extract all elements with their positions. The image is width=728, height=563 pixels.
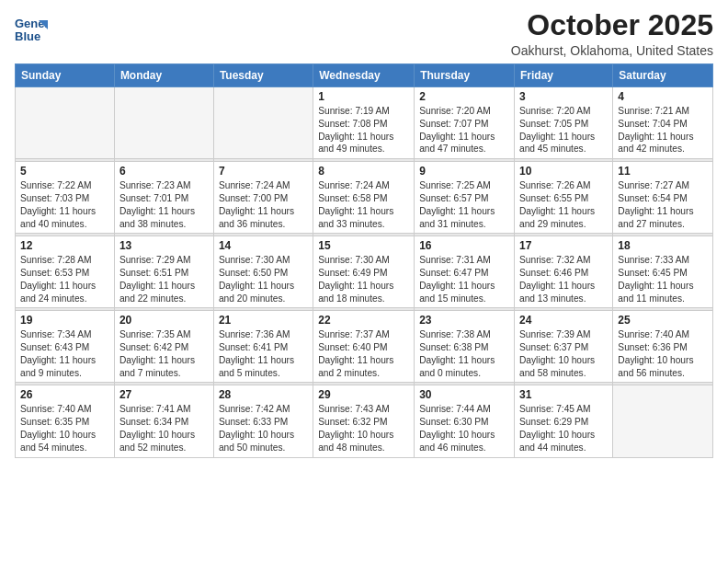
day-detail: Sunrise: 7:41 AM Sunset: 6:34 PM Dayligh… bbox=[119, 403, 209, 454]
calendar-cell bbox=[613, 385, 713, 457]
page-container: General Blue October 2025 Oakhurst, Okla… bbox=[0, 0, 728, 467]
calendar-cell: 8Sunrise: 7:24 AM Sunset: 6:58 PM Daylig… bbox=[313, 162, 415, 234]
weekday-header-tuesday: Tuesday bbox=[213, 64, 313, 87]
header: General Blue October 2025 Oakhurst, Okla… bbox=[15, 9, 713, 58]
calendar-cell: 13Sunrise: 7:29 AM Sunset: 6:51 PM Dayli… bbox=[114, 236, 213, 308]
calendar-cell: 11Sunrise: 7:27 AM Sunset: 6:54 PM Dayli… bbox=[613, 162, 713, 234]
day-number: 30 bbox=[419, 388, 509, 401]
day-number: 26 bbox=[20, 388, 109, 401]
day-detail: Sunrise: 7:40 AM Sunset: 6:35 PM Dayligh… bbox=[20, 403, 109, 454]
day-detail: Sunrise: 7:37 AM Sunset: 6:40 PM Dayligh… bbox=[318, 328, 409, 379]
day-number: 18 bbox=[618, 239, 708, 252]
day-detail: Sunrise: 7:45 AM Sunset: 6:29 PM Dayligh… bbox=[519, 403, 608, 454]
day-detail: Sunrise: 7:27 AM Sunset: 6:54 PM Dayligh… bbox=[618, 179, 708, 230]
day-detail: Sunrise: 7:40 AM Sunset: 6:36 PM Dayligh… bbox=[618, 328, 708, 379]
day-detail: Sunrise: 7:20 AM Sunset: 7:07 PM Dayligh… bbox=[419, 105, 509, 155]
day-detail: Sunrise: 7:24 AM Sunset: 7:00 PM Dayligh… bbox=[219, 179, 308, 230]
calendar-cell: 1Sunrise: 7:19 AM Sunset: 7:08 PM Daylig… bbox=[313, 87, 415, 159]
calendar-cell bbox=[114, 87, 213, 159]
calendar-cell: 23Sunrise: 7:38 AM Sunset: 6:38 PM Dayli… bbox=[415, 311, 515, 383]
day-detail: Sunrise: 7:25 AM Sunset: 6:57 PM Dayligh… bbox=[419, 179, 509, 230]
day-number: 5 bbox=[20, 165, 109, 178]
calendar-cell: 18Sunrise: 7:33 AM Sunset: 6:45 PM Dayli… bbox=[613, 236, 713, 308]
day-number: 12 bbox=[20, 239, 109, 252]
day-number: 3 bbox=[519, 90, 608, 103]
day-detail: Sunrise: 7:26 AM Sunset: 6:55 PM Dayligh… bbox=[519, 179, 608, 230]
calendar-cell: 19Sunrise: 7:34 AM Sunset: 6:43 PM Dayli… bbox=[16, 311, 115, 383]
calendar-cell: 12Sunrise: 7:28 AM Sunset: 6:53 PM Dayli… bbox=[16, 236, 115, 308]
day-detail: Sunrise: 7:20 AM Sunset: 7:05 PM Dayligh… bbox=[519, 105, 608, 155]
day-detail: Sunrise: 7:21 AM Sunset: 7:04 PM Dayligh… bbox=[618, 105, 708, 155]
calendar-cell: 20Sunrise: 7:35 AM Sunset: 6:42 PM Dayli… bbox=[114, 311, 213, 383]
calendar-cell: 29Sunrise: 7:43 AM Sunset: 6:32 PM Dayli… bbox=[313, 385, 415, 457]
day-detail: Sunrise: 7:34 AM Sunset: 6:43 PM Dayligh… bbox=[20, 328, 109, 379]
week-row-1: 1Sunrise: 7:19 AM Sunset: 7:08 PM Daylig… bbox=[16, 87, 713, 159]
day-number: 22 bbox=[318, 314, 409, 327]
calendar-cell: 15Sunrise: 7:30 AM Sunset: 6:49 PM Dayli… bbox=[313, 236, 415, 308]
weekday-header-sunday: Sunday bbox=[16, 64, 115, 87]
day-detail: Sunrise: 7:35 AM Sunset: 6:42 PM Dayligh… bbox=[119, 328, 209, 379]
day-number: 25 bbox=[618, 314, 708, 327]
day-detail: Sunrise: 7:32 AM Sunset: 6:46 PM Dayligh… bbox=[519, 254, 608, 304]
title-block: October 2025 Oakhurst, Oklahoma, United … bbox=[511, 9, 713, 58]
week-row-4: 19Sunrise: 7:34 AM Sunset: 6:43 PM Dayli… bbox=[16, 311, 713, 383]
calendar-cell: 21Sunrise: 7:36 AM Sunset: 6:41 PM Dayli… bbox=[213, 311, 313, 383]
day-detail: Sunrise: 7:43 AM Sunset: 6:32 PM Dayligh… bbox=[318, 403, 409, 454]
week-row-5: 26Sunrise: 7:40 AM Sunset: 6:35 PM Dayli… bbox=[16, 385, 713, 457]
day-detail: Sunrise: 7:30 AM Sunset: 6:49 PM Dayligh… bbox=[318, 254, 409, 304]
day-detail: Sunrise: 7:29 AM Sunset: 6:51 PM Dayligh… bbox=[119, 254, 209, 304]
day-detail: Sunrise: 7:30 AM Sunset: 6:50 PM Dayligh… bbox=[219, 254, 308, 304]
calendar-cell: 25Sunrise: 7:40 AM Sunset: 6:36 PM Dayli… bbox=[613, 311, 713, 383]
calendar-cell: 17Sunrise: 7:32 AM Sunset: 6:46 PM Dayli… bbox=[515, 236, 613, 308]
day-detail: Sunrise: 7:36 AM Sunset: 6:41 PM Dayligh… bbox=[219, 328, 308, 379]
day-number: 24 bbox=[519, 314, 608, 327]
weekday-header-row: SundayMondayTuesdayWednesdayThursdayFrid… bbox=[16, 64, 713, 87]
day-number: 7 bbox=[219, 165, 308, 178]
calendar-cell: 27Sunrise: 7:41 AM Sunset: 6:34 PM Dayli… bbox=[114, 385, 213, 457]
day-number: 9 bbox=[419, 165, 509, 178]
day-number: 1 bbox=[318, 90, 409, 103]
calendar-cell: 26Sunrise: 7:40 AM Sunset: 6:35 PM Dayli… bbox=[16, 385, 115, 457]
day-detail: Sunrise: 7:24 AM Sunset: 6:58 PM Dayligh… bbox=[318, 179, 409, 230]
day-number: 23 bbox=[419, 314, 509, 327]
day-number: 16 bbox=[419, 239, 509, 252]
day-detail: Sunrise: 7:28 AM Sunset: 6:53 PM Dayligh… bbox=[20, 254, 109, 304]
day-number: 31 bbox=[519, 388, 608, 401]
day-detail: Sunrise: 7:42 AM Sunset: 6:33 PM Dayligh… bbox=[219, 403, 308, 454]
day-detail: Sunrise: 7:33 AM Sunset: 6:45 PM Dayligh… bbox=[618, 254, 708, 304]
calendar-cell: 28Sunrise: 7:42 AM Sunset: 6:33 PM Dayli… bbox=[213, 385, 313, 457]
day-number: 2 bbox=[419, 90, 509, 103]
calendar-cell: 7Sunrise: 7:24 AM Sunset: 7:00 PM Daylig… bbox=[213, 162, 313, 234]
day-number: 11 bbox=[618, 165, 708, 178]
day-number: 29 bbox=[318, 388, 409, 401]
day-detail: Sunrise: 7:22 AM Sunset: 7:03 PM Dayligh… bbox=[20, 179, 109, 230]
weekday-header-saturday: Saturday bbox=[613, 64, 713, 87]
day-detail: Sunrise: 7:23 AM Sunset: 7:01 PM Dayligh… bbox=[119, 179, 209, 230]
weekday-header-friday: Friday bbox=[515, 64, 613, 87]
calendar-cell: 4Sunrise: 7:21 AM Sunset: 7:04 PM Daylig… bbox=[613, 87, 713, 159]
day-number: 6 bbox=[119, 165, 209, 178]
day-number: 13 bbox=[119, 239, 209, 252]
calendar-cell: 22Sunrise: 7:37 AM Sunset: 6:40 PM Dayli… bbox=[313, 311, 415, 383]
day-number: 4 bbox=[618, 90, 708, 103]
weekday-header-monday: Monday bbox=[114, 64, 213, 87]
calendar-cell bbox=[16, 87, 115, 159]
calendar-cell: 3Sunrise: 7:20 AM Sunset: 7:05 PM Daylig… bbox=[515, 87, 613, 159]
calendar-cell: 30Sunrise: 7:44 AM Sunset: 6:30 PM Dayli… bbox=[415, 385, 515, 457]
calendar-table: SundayMondayTuesdayWednesdayThursdayFrid… bbox=[15, 63, 713, 457]
location: Oakhurst, Oklahoma, United States bbox=[511, 43, 713, 58]
day-detail: Sunrise: 7:44 AM Sunset: 6:30 PM Dayligh… bbox=[419, 403, 509, 454]
logo-icon: General Blue bbox=[15, 13, 48, 46]
calendar-cell: 14Sunrise: 7:30 AM Sunset: 6:50 PM Dayli… bbox=[213, 236, 313, 308]
calendar-cell: 31Sunrise: 7:45 AM Sunset: 6:29 PM Dayli… bbox=[515, 385, 613, 457]
weekday-header-thursday: Thursday bbox=[415, 64, 515, 87]
day-detail: Sunrise: 7:31 AM Sunset: 6:47 PM Dayligh… bbox=[419, 254, 509, 304]
week-row-2: 5Sunrise: 7:22 AM Sunset: 7:03 PM Daylig… bbox=[16, 162, 713, 234]
calendar-cell: 2Sunrise: 7:20 AM Sunset: 7:07 PM Daylig… bbox=[415, 87, 515, 159]
day-number: 27 bbox=[119, 388, 209, 401]
day-detail: Sunrise: 7:39 AM Sunset: 6:37 PM Dayligh… bbox=[519, 328, 608, 379]
calendar-cell: 10Sunrise: 7:26 AM Sunset: 6:55 PM Dayli… bbox=[515, 162, 613, 234]
day-number: 14 bbox=[219, 239, 308, 252]
calendar-cell: 24Sunrise: 7:39 AM Sunset: 6:37 PM Dayli… bbox=[515, 311, 613, 383]
calendar-cell: 6Sunrise: 7:23 AM Sunset: 7:01 PM Daylig… bbox=[114, 162, 213, 234]
